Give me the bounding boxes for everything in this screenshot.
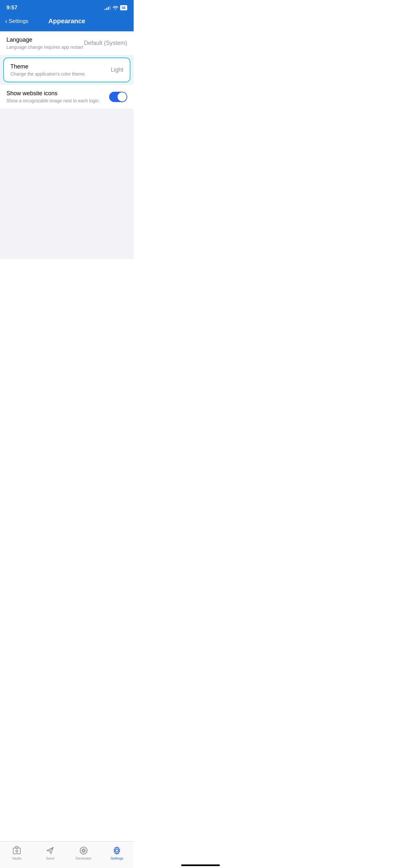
header: ‹ Settings Appearance [0, 14, 134, 31]
language-row[interactable]: Language Language change requires app re… [0, 31, 134, 55]
theme-row-wrapper: Theme Change the application's color the… [3, 58, 130, 82]
language-title: Language [6, 36, 84, 43]
website-icons-subtitle: Show a recognizable image next to each l… [6, 98, 109, 103]
back-label: Settings [9, 18, 28, 25]
status-icons: 56 [104, 5, 127, 10]
status-time: 9:57 [6, 4, 18, 11]
page-title: Appearance [49, 18, 86, 25]
website-icons-section: Show website icons Show a recognizable i… [0, 85, 134, 108]
toggle-knob [118, 92, 127, 101]
language-value: Default (System) [84, 40, 127, 46]
theme-value: Light [111, 66, 123, 73]
website-icons-title: Show website icons [6, 90, 109, 97]
status-bar: 9:57 56 [0, 0, 134, 14]
wifi-icon [112, 5, 118, 10]
back-button[interactable]: ‹ Settings [5, 18, 28, 25]
content-area: Language Language change requires app re… [0, 31, 134, 259]
language-section: Language Language change requires app re… [0, 31, 134, 55]
theme-row[interactable]: Theme Change the application's color the… [4, 58, 130, 82]
website-icons-toggle[interactable] [109, 92, 127, 102]
website-icons-row[interactable]: Show website icons Show a recognizable i… [0, 85, 134, 108]
language-subtitle: Language change requires app restart [6, 44, 84, 50]
back-chevron-icon: ‹ [5, 18, 7, 25]
theme-subtitle: Change the application's color theme. [10, 71, 111, 76]
theme-title: Theme [10, 63, 111, 70]
battery-icon: 56 [120, 5, 127, 10]
signal-icon [104, 5, 111, 10]
